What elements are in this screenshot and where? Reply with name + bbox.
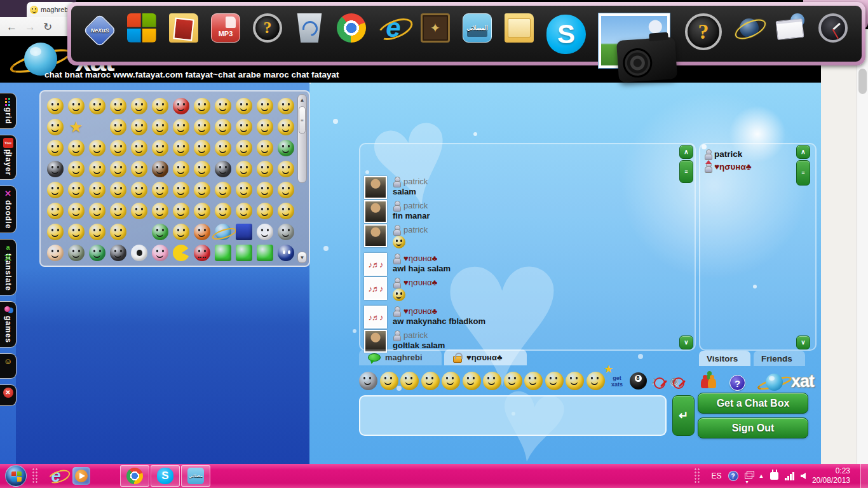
tray-power-icon[interactable] xyxy=(770,472,778,480)
emoticon[interactable] xyxy=(173,98,189,114)
emoticon[interactable] xyxy=(152,161,168,177)
emoticon[interactable] xyxy=(152,224,168,240)
skype-taskbar-button[interactable]: S xyxy=(151,465,180,487)
clock-icon[interactable] xyxy=(818,13,848,43)
start-button[interactable] xyxy=(5,465,27,487)
emoticon[interactable] xyxy=(131,161,147,177)
emoticon[interactable] xyxy=(173,140,189,156)
emoticon[interactable] xyxy=(47,98,64,114)
tray-network-icon[interactable] xyxy=(785,472,794,480)
windows-icon[interactable] xyxy=(127,13,156,43)
recycle-bin-icon[interactable] xyxy=(295,13,324,43)
emoticon[interactable] xyxy=(545,372,564,390)
emoticon[interactable] xyxy=(442,372,460,390)
emoticon[interactable] xyxy=(587,372,605,390)
emoticon[interactable] xyxy=(257,182,273,198)
tab-visitors[interactable]: Visitors xyxy=(699,351,750,366)
emoticon[interactable] xyxy=(110,119,126,135)
emoticon[interactable] xyxy=(173,182,189,198)
emoticon[interactable] xyxy=(152,182,168,198)
emoticon[interactable] xyxy=(173,245,189,261)
emoticon[interactable] xyxy=(215,161,231,177)
media-player-icon[interactable] xyxy=(69,465,94,487)
quran-icon[interactable] xyxy=(421,13,450,43)
chrome-icon[interactable] xyxy=(337,13,366,43)
emoticon[interactable] xyxy=(257,161,273,177)
emoticon[interactable] xyxy=(236,161,252,177)
emoticon[interactable] xyxy=(278,98,294,114)
tray-window-icon[interactable] xyxy=(745,473,752,479)
emoticon[interactable] xyxy=(483,372,501,390)
emoticon[interactable] xyxy=(89,98,105,114)
mp3-icon[interactable]: MP3 xyxy=(211,13,240,43)
emoticon[interactable] xyxy=(68,140,85,156)
emoticon[interactable] xyxy=(278,119,294,135)
emoticon[interactable] xyxy=(257,119,273,135)
avatar[interactable] xyxy=(364,224,387,247)
emoticon[interactable] xyxy=(152,98,168,114)
sidebar-tab-grid[interactable]: grid xyxy=(0,93,17,129)
avatar[interactable] xyxy=(364,176,387,199)
chat-scrollbar-thumb[interactable]: ≡ xyxy=(679,160,693,183)
emoticon[interactable] xyxy=(524,372,543,390)
emoticon[interactable] xyxy=(278,140,294,156)
sound-off-icon[interactable]: ◉ xyxy=(668,372,684,389)
emoticon[interactable] xyxy=(131,203,147,219)
emoticon[interactable] xyxy=(152,140,168,156)
emoticon[interactable] xyxy=(131,119,147,135)
sidebar-tab-smilies[interactable]: ☺ xyxy=(0,353,17,379)
emoticon[interactable] xyxy=(47,140,64,156)
visitors-scroll-down-icon[interactable]: ∨ xyxy=(796,336,810,349)
eight-ball-icon[interactable] xyxy=(630,372,647,390)
avatar[interactable]: ♪♬♪ xyxy=(364,253,387,276)
emoticon[interactable] xyxy=(421,372,440,390)
get-chat-box-button[interactable]: Get a Chat Box xyxy=(698,393,808,414)
back-icon[interactable]: ← xyxy=(6,22,17,32)
emoticon[interactable] xyxy=(89,140,105,156)
send-button[interactable]: ↵ xyxy=(672,395,695,436)
music-off-icon[interactable]: ♪ xyxy=(649,372,665,389)
mail-icon[interactable] xyxy=(776,13,806,43)
emoticon[interactable] xyxy=(215,203,231,219)
emoticon[interactable] xyxy=(194,98,210,114)
tray-expand-icon[interactable]: ▲ xyxy=(759,473,764,479)
emoticon[interactable] xyxy=(47,245,64,261)
emoticon-scrollbar[interactable]: ▲ ≡ xyxy=(297,94,307,183)
visitors-scrollbar-thumb[interactable]: ≡ xyxy=(796,160,810,186)
sidebar-tab-games[interactable]: games xyxy=(0,301,17,348)
emoticon[interactable] xyxy=(236,98,252,114)
tray-help-icon[interactable]: ? xyxy=(728,471,738,481)
emoticon[interactable] xyxy=(566,372,584,390)
emoticon[interactable] xyxy=(68,245,85,261)
reload-icon[interactable]: ↻ xyxy=(43,22,52,32)
star-emoticon[interactable]: ★ xyxy=(69,118,83,136)
emoticon[interactable] xyxy=(131,98,147,114)
emoticon[interactable] xyxy=(110,98,126,114)
emoticon[interactable] xyxy=(257,140,273,156)
scrollbar-thumb[interactable]: ≡ xyxy=(299,106,306,134)
photo-widget-icon[interactable] xyxy=(599,13,672,69)
emoticon[interactable] xyxy=(215,182,231,198)
chat-scroll-up-icon[interactable]: ∧ xyxy=(679,145,693,159)
emoticon[interactable] xyxy=(47,161,64,177)
friends-icon[interactable] xyxy=(700,374,718,391)
emoticon[interactable] xyxy=(359,372,377,390)
atom-globe-icon[interactable] xyxy=(735,13,764,43)
sidebar-tab-player[interactable]: You Tubeplayer xyxy=(0,135,17,180)
emoticon[interactable] xyxy=(68,161,85,177)
emoticon[interactable] xyxy=(131,245,147,261)
emoticon[interactable] xyxy=(89,245,105,261)
emoticon[interactable] xyxy=(194,161,210,177)
show-desktop-button[interactable] xyxy=(860,464,868,488)
emoticon[interactable] xyxy=(68,98,85,114)
emoticon[interactable] xyxy=(215,245,231,261)
emoticon[interactable] xyxy=(194,203,210,219)
language-indicator[interactable]: ES xyxy=(712,471,722,480)
internet-explorer-icon[interactable]: e xyxy=(43,465,69,487)
visitor-row[interactable]: patrick xyxy=(704,147,799,160)
folder-icon[interactable] xyxy=(505,13,534,43)
emoticon[interactable] xyxy=(68,182,85,198)
emoticon[interactable] xyxy=(400,372,419,390)
emoticon[interactable] xyxy=(215,140,231,156)
emoticon[interactable] xyxy=(194,182,210,198)
